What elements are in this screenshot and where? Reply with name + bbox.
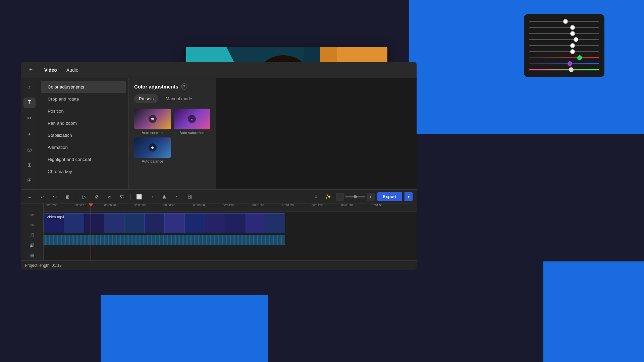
circle-button[interactable]: ◉: [160, 192, 169, 201]
slider-track-8[interactable]: [529, 63, 599, 64]
sidebar-icon-cut[interactable]: ✂: [23, 113, 36, 123]
timeline-settings-button[interactable]: ≡: [25, 192, 34, 201]
slider-track-6[interactable]: [529, 51, 599, 52]
sidebar-icon-filter[interactable]: ⧗: [23, 160, 36, 170]
play-from-button[interactable]: ▷: [79, 192, 89, 201]
bg-decoration-bottom-right: [543, 261, 644, 362]
panel-item-chroma-key[interactable]: Chroma key: [41, 166, 126, 177]
slider-knob-5[interactable]: [570, 43, 575, 48]
slider-track-5[interactable]: [529, 45, 599, 46]
slider-knob-2[interactable]: [570, 25, 575, 30]
middle-panel: Color adjustments ? Presets Manual mode …: [129, 78, 216, 189]
cut-button[interactable]: ✂: [105, 192, 114, 201]
timeline-tracks: 00:00:00 00:00:10 00:00:20 00:00:30 00:0…: [44, 203, 417, 260]
tab-audio[interactable]: Audio: [62, 65, 83, 75]
add-button[interactable]: +: [26, 65, 36, 75]
panel-item-color-adjustments[interactable]: Color adjustments: [41, 81, 126, 93]
track-label-video-2: 👁: [21, 220, 43, 230]
panel-item-position[interactable]: Position: [41, 105, 126, 117]
delete-button[interactable]: 🗑: [63, 192, 72, 201]
voice-button[interactable]: 🎙: [312, 192, 321, 201]
slider-track-2[interactable]: [529, 27, 599, 28]
panel-item-pan-zoom[interactable]: Pan and zoom: [41, 117, 126, 129]
preset-thumb-auto-balance: ⊕ ♛: [134, 137, 171, 158]
video-clip[interactable]: Video.mp4: [44, 213, 285, 233]
timeline-toolbar: ≡ ↩ ↪ 🗑 ▷ ⊘ ✂ 🛡 ⬜ ↔ ◉ ~ ⛓ 🎙 ✨ −: [21, 190, 417, 203]
slider-knob-8[interactable]: [568, 61, 572, 66]
slider-track-4[interactable]: [529, 39, 599, 40]
slider-track-3[interactable]: [529, 33, 599, 34]
audio-icon[interactable]: 🎵: [30, 233, 35, 238]
slider-row-2: [529, 27, 599, 28]
thumb-12: [265, 214, 285, 233]
eye-link-icon[interactable]: 👁: [30, 223, 34, 228]
protect-button[interactable]: 🛡: [118, 192, 127, 201]
preset-auto-balance[interactable]: ⊕ ♛ Auto balance: [134, 137, 171, 164]
zoom-out-button[interactable]: −: [336, 193, 344, 201]
slider-track-1[interactable]: [529, 21, 599, 22]
crop-button[interactable]: ↔: [147, 192, 156, 201]
speaker-icon[interactable]: 🔊: [30, 243, 35, 248]
main-content: ♪ T ✂ ⬥ ◎ ⧗ ⊞ Color adjustments Crop and…: [21, 78, 417, 189]
eye-icon[interactable]: 👁: [30, 213, 34, 218]
thumb-4: [104, 214, 124, 233]
manual-mode-button[interactable]: Manual mode: [161, 94, 197, 103]
preset-auto-contrast[interactable]: ⊕ Auto contrast: [134, 109, 171, 135]
caption-button[interactable]: ⬜: [134, 192, 144, 201]
slider-row-3: [529, 33, 599, 34]
panel-item-highlight-conceal[interactable]: Highlight and conceal: [41, 154, 126, 165]
app-container: + Video Audio ♪ T ✂ ⬥ ◎ ⧗ ⊞ Color adjust…: [21, 62, 417, 270]
preset-auto-saturation[interactable]: ⊕ Auto saturation: [174, 109, 211, 135]
color-sliders-panel: [524, 14, 604, 77]
slider-knob-9[interactable]: [569, 67, 574, 72]
slider-knob-7[interactable]: [577, 55, 582, 60]
sidebar-icon-color[interactable]: ⬥: [23, 129, 36, 139]
slider-track-9[interactable]: [529, 69, 599, 70]
ruler-mark-7: 00:01:10: [252, 203, 264, 207]
export-dropdown-button[interactable]: ▾: [405, 192, 413, 201]
panel-item-animation[interactable]: Animation: [41, 141, 126, 153]
slider-row-6: [529, 51, 599, 52]
slider-track-7[interactable]: [529, 57, 599, 58]
help-icon[interactable]: ?: [181, 83, 187, 89]
ruler-marks: 00:00:00 00:00:10 00:00:20 00:00:30 00:0…: [45, 203, 415, 211]
thumb-3: [84, 214, 104, 233]
thumb-5: [124, 214, 145, 233]
panel-item-stabilization[interactable]: Stabilization: [41, 129, 126, 141]
slider-knob-6[interactable]: [570, 49, 575, 54]
thumb-11: [245, 214, 265, 233]
icon-sidebar: ♪ T ✂ ⬥ ◎ ⧗ ⊞: [21, 78, 38, 189]
toolbar-separator-1: [76, 193, 76, 200]
slider-knob-3[interactable]: [570, 31, 575, 36]
effects-button[interactable]: ✨: [324, 192, 333, 201]
ruler-mark-2: 00:00:20: [104, 203, 116, 207]
zoom-thumb: [354, 195, 357, 198]
thumb-2: [64, 214, 84, 233]
export-button[interactable]: Export: [377, 192, 402, 201]
slider-knob-1[interactable]: [563, 19, 568, 24]
fx-button[interactable]: ~: [172, 192, 182, 201]
ruler-mark-6: 00:01:00: [223, 203, 234, 207]
clip-thumbnails: [44, 214, 285, 233]
panel-title: Color adjustments ?: [134, 83, 210, 89]
panel-item-crop-rotate[interactable]: Crop and rotate: [41, 93, 126, 105]
link-button[interactable]: ⛓: [185, 192, 195, 201]
sidebar-icon-text[interactable]: T: [23, 98, 36, 108]
sidebar-icon-grid[interactable]: ⊞: [23, 175, 36, 185]
sidebar-icon-music[interactable]: ♪: [23, 82, 36, 92]
undo-button[interactable]: ↩: [38, 192, 47, 201]
timeline-bottom-bar: Project length: 01:17: [21, 260, 417, 270]
zoom-slider[interactable]: [345, 196, 365, 197]
tab-video[interactable]: Video: [40, 65, 62, 75]
redo-button[interactable]: ↪: [50, 192, 60, 201]
slider-knob-4[interactable]: [574, 37, 578, 42]
stop-button[interactable]: ⊘: [92, 192, 102, 201]
toolbar-separator-2: [130, 193, 131, 200]
ruler-mark-8: 00:01:20: [282, 203, 294, 207]
audio-clip[interactable]: [44, 235, 285, 245]
zoom-in-button[interactable]: +: [367, 193, 375, 201]
ruler-mark-5: 00:00:50: [193, 203, 205, 207]
sidebar-icon-effects[interactable]: ◎: [23, 144, 36, 154]
presets-button[interactable]: Presets: [134, 94, 158, 103]
slider-row-7: [529, 57, 599, 58]
